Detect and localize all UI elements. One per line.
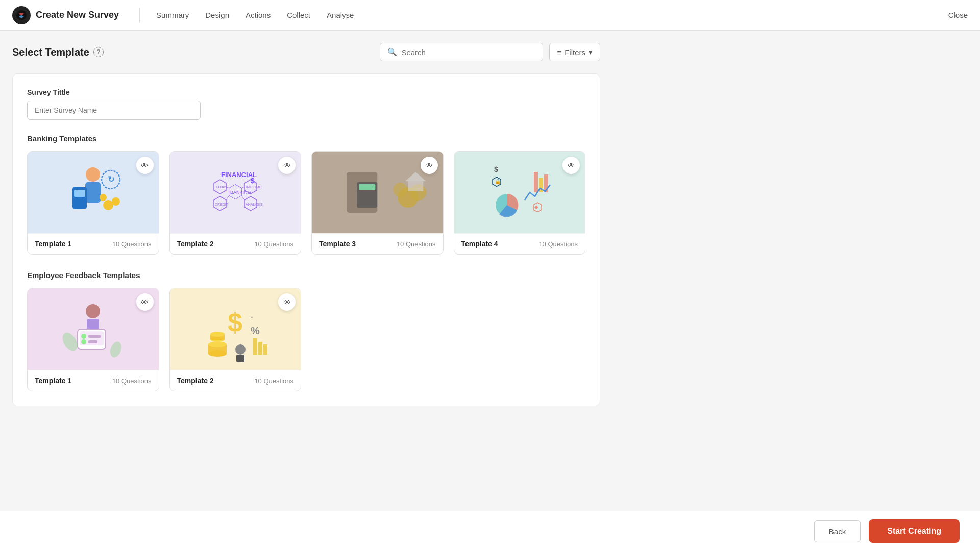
- template-2-image: FINANCIAL BANKING INCOME LOAN ANALYSIS C…: [170, 152, 301, 233]
- employee-template-2[interactable]: $ ↑ %: [169, 288, 302, 391]
- svg-point-7: [100, 194, 107, 201]
- nav-link-collect[interactable]: Collect: [287, 9, 310, 21]
- template-2-questions: 10 Questions: [254, 240, 293, 248]
- banking-template-1[interactable]: ↻ 👁 Template 1 10 Questions: [27, 151, 159, 255]
- select-template-label-text: Select Template: [12, 46, 89, 58]
- svg-rect-68: [253, 338, 257, 355]
- template-4-eye-button[interactable]: 👁: [562, 157, 580, 174]
- template-3-image: 👁: [312, 152, 443, 233]
- svg-text:◆: ◆: [534, 204, 538, 210]
- svg-line-26: [226, 195, 229, 200]
- svg-point-58: [235, 344, 246, 355]
- emp-template-1-footer: Template 1 10 Questions: [28, 370, 159, 391]
- svg-rect-35: [408, 181, 423, 191]
- survey-title-label: Survey Tittle: [27, 88, 585, 96]
- svg-point-62: [208, 341, 227, 347]
- select-template-heading: Select Template ?: [12, 46, 104, 58]
- template-3-footer: Template 3 10 Questions: [312, 233, 443, 254]
- svg-text:INCOME: INCOME: [246, 185, 262, 189]
- emp-template-2-eye-button[interactable]: 👁: [278, 293, 296, 311]
- emp-template-2-illustration: $ ↑ %: [194, 293, 276, 365]
- emp-template-1-name: Template 1: [35, 377, 71, 385]
- template-4-name: Template 4: [461, 240, 498, 248]
- emp-template-1-questions: 10 Questions: [112, 377, 152, 385]
- emp-template-2-image: $ ↑ %: [170, 288, 301, 370]
- template-3-questions: 10 Questions: [397, 240, 436, 248]
- svg-text:$: $: [228, 308, 242, 337]
- svg-point-6: [112, 197, 120, 206]
- filter-icon: ≡: [557, 48, 561, 57]
- nav-link-summary[interactable]: Summary: [156, 9, 189, 21]
- emp-template-2-name: Template 2: [177, 377, 214, 385]
- nav-link-analyse[interactable]: Analyse: [327, 9, 354, 21]
- template-1-questions: 10 Questions: [112, 240, 152, 248]
- svg-rect-52: [88, 340, 97, 343]
- template-4-image: 🔒 ◆ $ 👁: [454, 152, 585, 233]
- svg-text:$: $: [494, 165, 498, 173]
- nav-title: Create New Survey: [36, 10, 119, 20]
- nav-logo: Create New Survey: [12, 6, 119, 24]
- search-input[interactable]: [401, 48, 535, 57]
- employee-template-1[interactable]: 👁 Template 1 10 Questions: [27, 288, 159, 391]
- survey-name-input[interactable]: [27, 101, 201, 120]
- svg-text:↑: ↑: [250, 313, 254, 323]
- banking-template-2[interactable]: FINANCIAL BANKING INCOME LOAN ANALYSIS C…: [169, 151, 302, 255]
- emp-template-1-illustration: [52, 293, 134, 365]
- emp-template-1-eye-button[interactable]: 👁: [136, 293, 154, 311]
- logo-icon: [12, 6, 31, 24]
- svg-text:%: %: [251, 325, 260, 336]
- svg-point-50: [81, 339, 86, 344]
- svg-point-33: [393, 183, 407, 197]
- svg-point-45: [86, 304, 100, 318]
- svg-line-24: [241, 187, 244, 188]
- svg-text:🔒: 🔒: [495, 178, 501, 185]
- template-2-name: Template 2: [177, 240, 214, 248]
- svg-rect-51: [88, 335, 101, 338]
- help-icon[interactable]: ?: [93, 47, 104, 57]
- banking-template-4[interactable]: 🔒 ◆ $ 👁 Template 4 10 Questions: [454, 151, 586, 255]
- emp-template-1-image: 👁: [28, 288, 159, 370]
- template-2-illustration: FINANCIAL BANKING INCOME LOAN ANALYSIS C…: [194, 157, 276, 228]
- search-box: 🔍: [380, 43, 543, 61]
- chevron-down-icon: ▾: [589, 47, 593, 57]
- filters-button[interactable]: ≡ Filters ▾: [549, 43, 600, 61]
- employee-template-grid: 👁 Template 1 10 Questions $ ↑ %: [27, 288, 585, 391]
- template-2-footer: Template 2 10 Questions: [170, 233, 301, 254]
- svg-point-65: [210, 332, 225, 337]
- svg-rect-2: [85, 182, 101, 203]
- svg-text:↻: ↻: [108, 175, 114, 184]
- template-4-footer: Template 4 10 Questions: [454, 233, 585, 254]
- svg-point-1: [86, 167, 100, 182]
- svg-rect-59: [236, 355, 244, 362]
- template-2-eye-button[interactable]: 👁: [278, 157, 296, 174]
- svg-rect-30: [359, 184, 375, 190]
- emp-template-2-questions: 10 Questions: [254, 377, 293, 385]
- template-4-questions: 10 Questions: [538, 240, 578, 248]
- nav-link-design[interactable]: Design: [205, 9, 229, 21]
- template-1-name: Template 1: [35, 240, 71, 248]
- template-3-eye-button[interactable]: 👁: [421, 157, 438, 174]
- banking-template-grid: ↻ 👁 Template 1 10 Questions FINANCIAL: [27, 151, 585, 255]
- main-content: Select Template ? 🔍 ≡ Filters ▾ Survey T…: [0, 31, 612, 467]
- template-1-image: ↻ 👁: [28, 152, 159, 233]
- svg-text:$: $: [251, 177, 255, 185]
- svg-line-25: [241, 195, 244, 200]
- svg-text:ANALYSIS: ANALYSIS: [246, 203, 263, 206]
- banking-template-3[interactable]: 👁 Template 3 10 Questions: [311, 151, 444, 255]
- search-filters-row: 🔍 ≡ Filters ▾: [380, 43, 600, 61]
- template-4-illustration: 🔒 ◆ $: [479, 157, 560, 228]
- svg-text:LOAN: LOAN: [216, 185, 227, 189]
- close-button[interactable]: Close: [948, 11, 968, 19]
- nav-links: Summary Design Actions Collect Analyse: [156, 9, 948, 21]
- template-1-illustration: ↻: [52, 157, 134, 228]
- employee-section-heading: Employee Feedback Templates: [27, 271, 585, 280]
- template-1-eye-button[interactable]: 👁: [136, 157, 154, 174]
- nav-link-actions[interactable]: Actions: [246, 9, 271, 21]
- header-row: Select Template ? 🔍 ≡ Filters ▾: [12, 43, 600, 61]
- svg-text:CREDIT: CREDIT: [215, 203, 229, 206]
- emp-template-2-footer: Template 2 10 Questions: [170, 370, 301, 391]
- template-1-footer: Template 1 10 Questions: [28, 233, 159, 254]
- search-icon: 🔍: [387, 47, 397, 57]
- top-navigation: Create New Survey Summary Design Actions…: [0, 0, 980, 31]
- card-container: Survey Tittle Banking Templates: [12, 73, 600, 406]
